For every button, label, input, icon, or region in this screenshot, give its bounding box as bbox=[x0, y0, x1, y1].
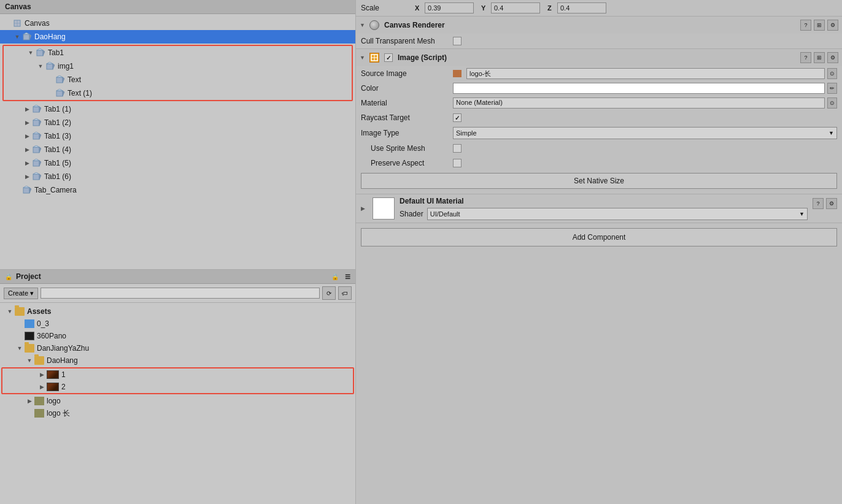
canvas-arrow bbox=[2, 18, 12, 28]
project-item-1[interactable]: 1 bbox=[2, 368, 353, 381]
project-item-logo-chang[interactable]: logo 长 bbox=[0, 407, 355, 419]
project-item-logo[interactable]: logo bbox=[0, 395, 355, 407]
project-item-2[interactable]: 2 bbox=[2, 381, 353, 393]
logo-arrow[interactable] bbox=[25, 396, 34, 406]
lock-icon2: 🔒 bbox=[331, 273, 339, 280]
tree-item-tab1-5[interactable]: Tab1 (5) bbox=[0, 156, 355, 170]
project-item-daohang-folder[interactable]: DaoHang bbox=[0, 354, 355, 367]
use-sprite-checkbox[interactable] bbox=[453, 144, 462, 153]
tab1-icon bbox=[36, 48, 45, 58]
project-item-0-3[interactable]: 0_3 bbox=[0, 318, 355, 330]
canvas-renderer-help-btn[interactable]: ? bbox=[800, 20, 811, 31]
scale-z-input[interactable]: 0.4 bbox=[557, 2, 606, 13]
tab1-5-arrow[interactable] bbox=[22, 158, 32, 168]
tab1-5-icon bbox=[32, 158, 42, 168]
tree-item-img1[interactable]: img1 bbox=[4, 59, 352, 73]
tree-item-text[interactable]: Text bbox=[4, 73, 352, 86]
preserve-aspect-checkbox[interactable] bbox=[453, 159, 462, 167]
use-sprite-row: Use Sprite Mesh bbox=[356, 141, 842, 156]
tree-item-tab1-6[interactable]: Tab1 (6) bbox=[0, 170, 355, 183]
default-material-section: ▶ Default UI Material Shader UI/Default … bbox=[356, 194, 842, 223]
set-native-size-button[interactable]: Set Native Size bbox=[361, 173, 837, 189]
source-image-input[interactable]: logo-长 bbox=[466, 68, 825, 79]
tree-item-tab1-4[interactable]: Tab1 (4) bbox=[0, 143, 355, 156]
tree-item-text1[interactable]: Text (1) bbox=[4, 86, 352, 100]
image-script-enable-checkbox[interactable] bbox=[384, 53, 393, 62]
shader-select[interactable]: UI/Default ▼ bbox=[427, 208, 808, 220]
material-play-btn[interactable]: ▶ bbox=[361, 205, 365, 212]
color-picker-btn[interactable]: ✏ bbox=[827, 83, 837, 94]
material-help-btn[interactable]: ? bbox=[813, 198, 824, 209]
source-image-thumbnail bbox=[453, 70, 462, 77]
assets-arrow[interactable] bbox=[5, 307, 15, 316]
image-script-arrow[interactable]: ▼ bbox=[360, 55, 367, 61]
red-outline-group-hierarchy: Tab1 img1 bbox=[2, 45, 353, 101]
tree-item-tab1[interactable]: Tab1 bbox=[4, 46, 352, 59]
canvas-renderer-gear-btn[interactable]: ⚙ bbox=[827, 20, 838, 31]
scale-y-input[interactable]: 0.4 bbox=[491, 2, 540, 13]
lock-icon: 🔒 bbox=[5, 273, 12, 280]
raycast-checkbox[interactable] bbox=[453, 113, 462, 122]
material-input[interactable]: None (Material) bbox=[453, 97, 825, 109]
img1-arrow[interactable] bbox=[36, 61, 45, 71]
material-select-btn[interactable]: ⊙ bbox=[827, 97, 837, 109]
image-script-help-btn[interactable]: ? bbox=[800, 52, 811, 63]
project-tree: Assets 0_3 360Pano DanJiangYaZhu bbox=[0, 303, 355, 504]
menu-icon[interactable]: ☰ bbox=[345, 273, 350, 280]
source-image-row: Source Image logo-长 ⊙ bbox=[356, 66, 842, 81]
danjiang-folder-icon bbox=[25, 344, 34, 353]
canvas-renderer-arrow[interactable]: ▼ bbox=[360, 22, 367, 28]
item1-icon bbox=[47, 370, 59, 379]
project-item-360pano[interactable]: 360Pano bbox=[0, 330, 355, 342]
svg-marker-32 bbox=[39, 161, 41, 166]
tree-item-canvas[interactable]: Canvas bbox=[0, 17, 355, 30]
svg-rect-9 bbox=[47, 64, 53, 69]
tab1-2-arrow[interactable] bbox=[22, 118, 32, 128]
svg-rect-18 bbox=[33, 107, 39, 112]
tab1-label: Tab1 bbox=[48, 48, 64, 57]
tree-item-tab1-1[interactable]: Tab1 (1) bbox=[0, 102, 355, 116]
project-header: 🔒 Project 🔒 ☰ bbox=[0, 270, 355, 284]
tab1-4-arrow[interactable] bbox=[22, 145, 32, 155]
0-3-label: 0_3 bbox=[37, 319, 49, 328]
tab1-1-arrow[interactable] bbox=[22, 104, 32, 114]
daohang-folder-arrow[interactable] bbox=[25, 356, 34, 365]
raycast-row: Raycast Target bbox=[356, 110, 842, 125]
color-input[interactable] bbox=[453, 83, 825, 94]
svg-marker-37 bbox=[23, 186, 29, 188]
canvas-renderer-link-btn[interactable]: ⊞ bbox=[814, 20, 825, 31]
svg-marker-17 bbox=[63, 91, 64, 96]
source-image-select-btn[interactable]: ⊙ bbox=[827, 68, 837, 79]
project-search[interactable] bbox=[41, 288, 320, 299]
image-script-link-btn[interactable]: ⊞ bbox=[814, 52, 825, 63]
scale-x-input[interactable]: 0.39 bbox=[425, 2, 474, 13]
add-component-button[interactable]: Add Component bbox=[361, 228, 837, 246]
assets-folder-icon bbox=[15, 307, 25, 316]
item2-arrow[interactable] bbox=[37, 382, 47, 392]
tab1-3-arrow[interactable] bbox=[22, 131, 32, 141]
tree-item-daohang[interactable]: DaoHang bbox=[0, 30, 355, 44]
tab1-6-arrow[interactable] bbox=[22, 172, 32, 181]
tree-item-tab-camera[interactable]: Tab_Camera bbox=[0, 183, 355, 197]
tab1-arrow[interactable] bbox=[26, 48, 36, 58]
create-button[interactable]: Create ▾ bbox=[4, 288, 38, 299]
svg-marker-4 bbox=[23, 32, 29, 34]
svg-rect-27 bbox=[33, 147, 39, 153]
material-gear-btn[interactable]: ⚙ bbox=[826, 198, 837, 209]
image-type-select[interactable]: Simple ▼ bbox=[453, 127, 837, 139]
image-script-gear-btn[interactable]: ⚙ bbox=[827, 52, 838, 63]
danjiang-arrow[interactable] bbox=[15, 343, 25, 353]
tag-button[interactable]: 🏷 bbox=[338, 286, 352, 300]
danjiang-label: DanJiangYaZhu bbox=[37, 344, 89, 353]
item1-arrow[interactable] bbox=[37, 370, 47, 380]
gear-icon2: ⚙ bbox=[830, 55, 835, 61]
cull-transparent-checkbox[interactable] bbox=[453, 37, 462, 45]
daohang-arrow[interactable] bbox=[12, 32, 22, 42]
project-item-danjiang[interactable]: DanJiangYaZhu bbox=[0, 342, 355, 354]
project-item-assets[interactable]: Assets bbox=[0, 305, 355, 318]
project-panel: 🔒 Project 🔒 ☰ Create ▾ ⟳ 🏷 Assets bbox=[0, 270, 356, 504]
tree-item-tab1-3[interactable]: Tab1 (3) bbox=[0, 129, 355, 143]
svg-marker-28 bbox=[33, 145, 39, 147]
refresh-button[interactable]: ⟳ bbox=[322, 286, 336, 300]
tree-item-tab1-2[interactable]: Tab1 (2) bbox=[0, 116, 355, 129]
